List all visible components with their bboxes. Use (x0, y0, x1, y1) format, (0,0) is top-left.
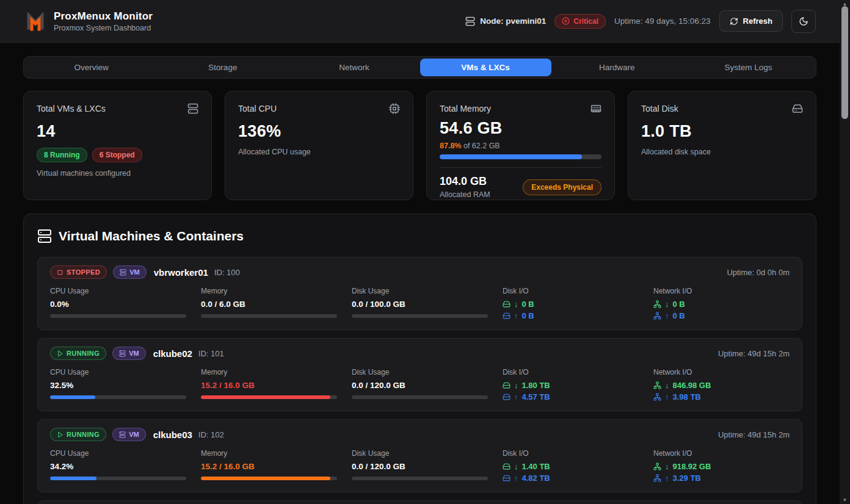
tab-network[interactable]: Network (288, 59, 420, 76)
server-icon (187, 103, 198, 114)
tab-vms-lxcs[interactable]: VMs & LXCs (420, 59, 551, 76)
vm-name: clkube02 (153, 348, 192, 359)
play-icon (57, 350, 64, 357)
vertical-scrollbar[interactable]: ▲ ▼ (840, 0, 850, 504)
up-arrow-icon: ↑ (665, 392, 669, 401)
vm-uptime: Uptime: 49d 15h 2m (718, 349, 790, 358)
tab-hardware[interactable]: Hardware (551, 59, 683, 76)
memory-bar (201, 477, 337, 480)
network-io-metric: Network I/O ↓846.98 GB ↑3.98 TB (653, 368, 790, 401)
up-arrow-icon: ↑ (514, 473, 518, 483)
down-arrow-icon: ↓ (514, 300, 518, 309)
vm-row-clkube02[interactable]: RUNNING VM clkube02 ID: 101 Uptime: 49d … (37, 338, 802, 411)
scrollbar-thumb[interactable] (841, 6, 848, 119)
down-arrow-icon: ↓ (514, 462, 518, 471)
memory-metric: Memory 15.2 / 16.0 GB (201, 368, 337, 401)
vm-uptime: Uptime: 0d 0h 0m (727, 268, 790, 277)
card-title: Total CPU (238, 104, 277, 113)
card-total-memory: Total Memory 54.6 GB 87.8% of 62.2 GB 10… (426, 91, 615, 200)
section-title: Virtual Machines & Containers (59, 229, 244, 243)
server-icon (119, 350, 126, 357)
network-icon (653, 393, 661, 401)
cpu-bar (50, 477, 186, 480)
harddrive-icon (503, 300, 510, 308)
status-badge-running: RUNNING (50, 347, 106, 360)
vm-row-clkube03[interactable]: RUNNING VM clkube03 ID: 102 Uptime: 49d … (37, 419, 802, 492)
network-icon (653, 300, 661, 308)
stop-icon (57, 269, 64, 276)
total-cpu-value: 136% (238, 122, 400, 141)
total-memory-value: 54.6 GB (440, 119, 601, 138)
disk-bar (352, 477, 488, 480)
vm-type-badge: VM (112, 347, 146, 360)
card-caption: Allocated disk space (641, 148, 803, 156)
tab-storage[interactable]: Storage (157, 59, 288, 76)
vm-name: vbrworker01 (154, 267, 208, 278)
memory-usage-line: 87.8% of 62.2 GB (440, 142, 601, 150)
harddrive-icon (503, 393, 510, 401)
disk-metric: Disk Usage 0.0 / 120.0 GB (352, 449, 488, 483)
disk-io-metric: Disk I/O ↓1.40 TB ↑4.82 TB (503, 449, 639, 483)
card-title: Total Memory (440, 104, 491, 113)
refresh-button[interactable]: Refresh (719, 10, 783, 32)
scroll-down-arrow-icon[interactable]: ▼ (840, 497, 850, 503)
harddrive-icon (792, 103, 803, 114)
card-title: Total VMs & LXCs (37, 104, 106, 113)
status-badge: Critical (554, 14, 606, 29)
cpu-bar (50, 395, 186, 399)
memory-metric: Memory 0.0 / 6.0 GB (201, 287, 337, 320)
disk-bar (352, 395, 488, 399)
play-icon (57, 431, 64, 438)
app-header: ProxMenux Monitor Proxmox System Dashboa… (0, 0, 850, 43)
cpu-bar (50, 314, 186, 318)
memory-bar (201, 314, 337, 318)
vm-row-vbrworker01[interactable]: STOPPED VM vbrworker01 ID: 100 Uptime: 0… (37, 257, 802, 330)
network-icon (653, 381, 661, 389)
status-badge-running: RUNNING (50, 428, 106, 441)
tab-system-logs[interactable]: System Logs (683, 59, 814, 76)
server-icon (37, 229, 52, 243)
network-icon (653, 312, 661, 320)
up-arrow-icon: ↑ (514, 392, 518, 401)
node-indicator: Node: pvemini01 (465, 16, 546, 26)
app-title: ProxMenux Monitor (54, 10, 153, 23)
card-title: Total Disk (641, 104, 678, 113)
server-icon (465, 16, 475, 26)
memory-bar (201, 395, 337, 399)
down-arrow-icon: ↓ (665, 381, 669, 390)
server-icon (119, 431, 126, 438)
network-io-metric: Network I/O ↓0 B ↑0 B (653, 287, 790, 320)
down-arrow-icon: ↓ (514, 381, 518, 390)
vm-name: clkube03 (153, 430, 192, 440)
allocated-ram-value: 104.0 GB (440, 175, 490, 188)
circle-x-icon (562, 17, 570, 25)
cpu-icon (389, 103, 400, 114)
down-arrow-icon: ↓ (665, 462, 669, 471)
vm-id: ID: 102 (198, 430, 224, 439)
cpu-metric: CPU Usage 0.0% (50, 287, 186, 320)
cpu-metric: CPU Usage 34.2% (50, 449, 186, 483)
memory-progress-bar (440, 154, 601, 159)
cpu-metric: CPU Usage 32.5% (50, 368, 186, 401)
card-caption: Virtual machines configured (37, 169, 198, 178)
app-subtitle: Proxmox System Dashboard (54, 24, 153, 32)
disk-bar (352, 314, 488, 318)
memory-metric: Memory 15.2 / 16.0 GB (201, 449, 337, 483)
vm-list-section: Virtual Machines & Containers STOPPED VM… (23, 214, 816, 504)
running-count-badge: 8 Running (37, 148, 87, 162)
vm-type-badge: VM (112, 428, 146, 441)
total-disk-value: 1.0 TB (641, 122, 803, 141)
memory-icon (590, 103, 601, 114)
status-badge-stopped: STOPPED (50, 265, 107, 279)
card-total-vms: Total VMs & LXCs 14 8 Running 6 Stopped … (23, 91, 212, 200)
tab-overview[interactable]: Overview (26, 59, 157, 76)
vm-id: ID: 100 (214, 268, 240, 277)
harddrive-icon (503, 463, 510, 470)
vm-row-netmon[interactable]: RUNNING VM Netmon ID: 103 Uptime: 49d 14… (37, 500, 802, 504)
theme-toggle-button[interactable] (791, 10, 816, 33)
card-caption: Allocated CPU usage (238, 148, 400, 156)
refresh-icon (730, 17, 738, 26)
disk-io-metric: Disk I/O ↓0 B ↑0 B (503, 287, 639, 320)
network-icon (653, 474, 661, 482)
up-arrow-icon: ↑ (665, 473, 669, 483)
